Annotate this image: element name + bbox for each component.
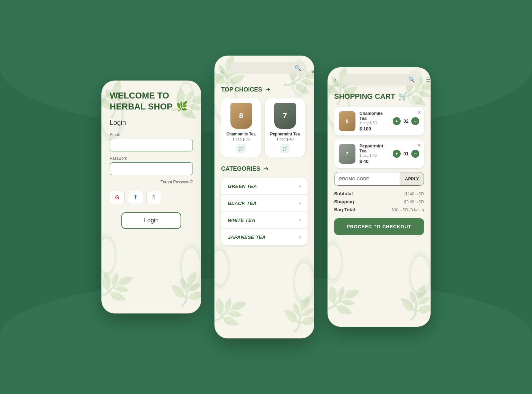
- back-button[interactable]: ‹: [221, 68, 223, 75]
- chamomile-product-name: Chamomile Tea: [225, 132, 257, 136]
- bag-total-row: Bag Total $30 USD (3 bags): [334, 207, 424, 212]
- peppermint-product-price: 1 bag $ 40: [269, 137, 301, 141]
- password-input[interactable]: [110, 162, 193, 175]
- cart-peppermint-info: Peppermint Tea 1 bag $ 40 $ 40: [359, 143, 389, 164]
- categories-list: GREEN TEA › BLACK TEA › WHITE TEA › JAPA…: [221, 178, 308, 245]
- black-tea-label: BLACK TEA: [228, 200, 257, 206]
- password-label: Password: [110, 156, 193, 161]
- cart-screen: 🌿 🌿 🌿 🌿 ‹ 🔍 ☰ SHOPPING CART 🛒 8 Ch: [328, 67, 431, 327]
- chamomile-bag-graphic: 8: [230, 103, 252, 129]
- white-tea-label: WHITE TEA: [228, 217, 255, 223]
- cart-peppermint-image: 7: [339, 144, 355, 164]
- welcome-title: WELCOME TO HERBAL SHOP 🌿: [110, 91, 193, 112]
- cart-title-row: SHOPPING CART 🛒: [334, 92, 424, 101]
- cart-search-icon[interactable]: 🔍: [408, 77, 415, 83]
- chamomile-decrease-button[interactable]: −: [411, 117, 419, 125]
- facebook-icon: f: [135, 194, 137, 201]
- chamomile-product-price: 1 bag $ 50: [225, 137, 257, 141]
- cart-chamomile-info: Chamomile Tea 1 bag $ 50 $ 100: [359, 111, 389, 131]
- category-item-white-tea[interactable]: WHITE TEA ›: [221, 212, 308, 229]
- promo-code-row: APPLY: [334, 172, 424, 186]
- leaf-decoration-br: 🌿: [168, 272, 201, 308]
- chamomile-qty-controls: + 02 −: [393, 117, 419, 125]
- cart-item-chamomile: 8 Chamomile Tea 1 bag $ 50 $ 100 + 02 − …: [334, 107, 424, 135]
- forgot-password-link[interactable]: Forgot Password?: [110, 180, 193, 184]
- categories-title: CATEGORIES: [221, 165, 260, 172]
- cart-search-input[interactable]: [347, 77, 406, 83]
- leaf-decoration-bl: 🌿: [328, 282, 361, 318]
- top-choices-arrow[interactable]: ➔: [265, 86, 270, 93]
- green-tea-chevron: ›: [299, 183, 301, 189]
- chamomile-increase-button[interactable]: +: [393, 117, 401, 125]
- add-to-cart-chamomile[interactable]: 🛒: [236, 144, 246, 153]
- promo-code-input[interactable]: [334, 172, 400, 185]
- cart-menu-icon[interactable]: ☰: [426, 77, 431, 83]
- peppermint-product-name: Peppermint Tea: [269, 132, 301, 136]
- cart-peppermint-desc: 1 bag $ 40: [359, 153, 389, 157]
- screens-container: 🌿 🌿 🌿 🌿 WELCOME TO HERBAL SHOP 🌿 Login E…: [101, 56, 431, 338]
- product-card-peppermint: 7 Peppermint Tea 1 bag $ 40 🛒: [265, 98, 305, 157]
- peppermint-tea-image: 7: [273, 102, 297, 129]
- category-item-green-tea[interactable]: GREEN TEA ›: [221, 178, 308, 195]
- peppermint-bag-graphic: 7: [274, 103, 296, 129]
- cart-back-button[interactable]: ‹: [334, 76, 336, 84]
- top-choices-title: TOP CHOICES: [221, 86, 262, 93]
- cart-nav-bar: ‹ 🔍 ☰: [334, 74, 424, 86]
- category-item-black-tea[interactable]: BLACK TEA ›: [221, 195, 308, 212]
- browse-screen: 🌿 🌿 🌿 🌿 ‹ 🔍 ≡ TOP CHOICES ➔: [214, 56, 314, 338]
- apply-promo-button[interactable]: APPLY: [400, 172, 424, 185]
- email-input[interactable]: [110, 139, 193, 151]
- apple-icon: : [153, 194, 155, 201]
- social-login-group: G f : [110, 191, 193, 204]
- peppermint-decrease-button[interactable]: −: [411, 150, 419, 158]
- proceed-to-checkout-button[interactable]: PROCEED TO CHECKOUT: [334, 218, 424, 235]
- cart-basket-icon: 🛒: [398, 92, 407, 101]
- shipping-label: Shipping: [334, 199, 354, 204]
- search-bar: 🔍: [229, 62, 306, 74]
- chamomile-remove-button[interactable]: ✕: [417, 109, 421, 116]
- leaf-decoration-bl: 🌿: [214, 294, 248, 330]
- leaf-decoration-br: 🌿: [281, 297, 314, 333]
- peppermint-qty-controls: + 01 −: [393, 150, 419, 158]
- cart-chamomile-desc: 1 bag $ 50: [359, 121, 389, 125]
- order-summary: Subtotal $140 USD Shipping $3.99 USD Bag…: [334, 191, 424, 212]
- cart-chamomile-name: Chamomile Tea: [359, 111, 389, 121]
- login-button[interactable]: Login: [121, 212, 181, 229]
- login-heading: Login: [110, 119, 193, 126]
- top-choices-header: TOP CHOICES ➔: [221, 86, 308, 93]
- black-tea-chevron: ›: [299, 200, 301, 206]
- login-screen: 🌿 🌿 🌿 🌿 WELCOME TO HERBAL SHOP 🌿 Login E…: [101, 81, 201, 313]
- bag-total-label: Bag Total: [334, 207, 355, 212]
- chamomile-quantity: 02: [403, 118, 409, 124]
- bag-total-value: $30 USD (3 bags): [392, 207, 424, 212]
- cart-chamomile-price: $ 100: [359, 126, 389, 131]
- search-icon[interactable]: 🔍: [295, 65, 301, 71]
- shipping-row: Shipping $3.99 USD: [334, 199, 424, 204]
- facebook-login-button[interactable]: f: [128, 191, 143, 204]
- japanese-tea-chevron: ›: [299, 234, 301, 240]
- shipping-value: $3.99 USD: [404, 199, 424, 204]
- leaf-decoration-bl: 🌿: [101, 269, 135, 305]
- subtotal-label: Subtotal: [334, 191, 353, 196]
- categories-arrow[interactable]: ➔: [264, 165, 269, 172]
- products-row: 8 Chamomile Tea 1 bag $ 50 🛒 7 Peppermin…: [221, 98, 308, 157]
- google-login-button[interactable]: G: [110, 191, 125, 204]
- menu-icon[interactable]: ≡: [312, 68, 314, 75]
- chamomile-tea-image: 8: [229, 102, 253, 129]
- white-tea-chevron: ›: [299, 217, 301, 223]
- peppermint-remove-button[interactable]: ✕: [417, 142, 421, 148]
- japanese-tea-label: JAPANESE TEA: [228, 234, 266, 240]
- search-input[interactable]: [234, 66, 292, 71]
- herb-icon: 🌿: [176, 101, 188, 112]
- peppermint-increase-button[interactable]: +: [393, 150, 401, 158]
- product-card-chamomile: 8 Chamomile Tea 1 bag $ 50 🛒: [221, 98, 261, 157]
- cart-item-peppermint: 7 Peppermint Tea 1 bag $ 40 $ 40 + 01 − …: [334, 139, 424, 168]
- apple-login-button[interactable]: : [146, 191, 161, 204]
- category-item-japanese-tea[interactable]: JAPANESE TEA ›: [221, 229, 308, 245]
- cart-search-bar: 🔍: [342, 74, 420, 86]
- email-label: Email: [110, 132, 193, 137]
- cart-title: SHOPPING CART: [334, 92, 395, 101]
- add-to-cart-peppermint[interactable]: 🛒: [280, 144, 290, 153]
- cart-peppermint-name: Peppermint Tea: [359, 143, 389, 153]
- cart-chamomile-image: 8: [339, 111, 355, 131]
